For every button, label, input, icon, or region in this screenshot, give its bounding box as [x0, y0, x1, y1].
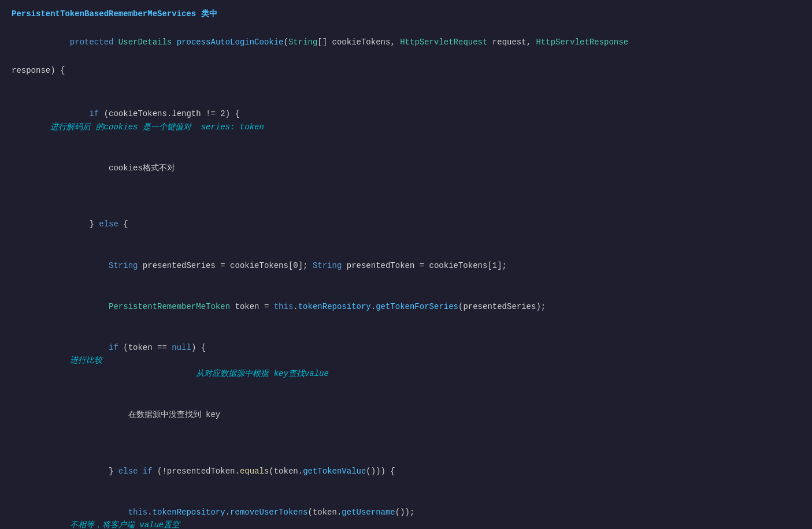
line-else1: } else { [0, 204, 812, 245]
line-if-cookies: if (cookieTokens.length != 2) { 进行解码后 的c… [0, 94, 812, 148]
line-no-key: 在数据源中没查找到 key [0, 394, 812, 435]
line-presented-series: String presentedSeries = cookieTokens[0]… [0, 245, 812, 286]
line-else-if-token: } else if (!presentedToken.equals(token.… [0, 450, 812, 491]
line-if-token-null: if (token == null) { 进行比较 从对应数据源中根据 key查… [0, 327, 812, 394]
line-protected: protected UserDetails processAutoLoginCo… [0, 22, 812, 63]
line-token: PersistentRememberMeToken token = this.t… [0, 286, 812, 327]
line-cookies-format: cookies格式不对 [0, 148, 812, 189]
line-blank1 [0, 79, 812, 94]
line-blank2 [0, 189, 812, 204]
code-container: PersistentTokenBasedRememberMeServices 类… [0, 0, 812, 529]
class-title: PersistentTokenBasedRememberMeServices 类… [0, 6, 812, 22]
line-response: response) { [0, 63, 812, 78]
line-blank3 [0, 435, 812, 450]
line-remove-tokens: this.tokenRepository.removeUserTokens(to… [0, 491, 812, 529]
